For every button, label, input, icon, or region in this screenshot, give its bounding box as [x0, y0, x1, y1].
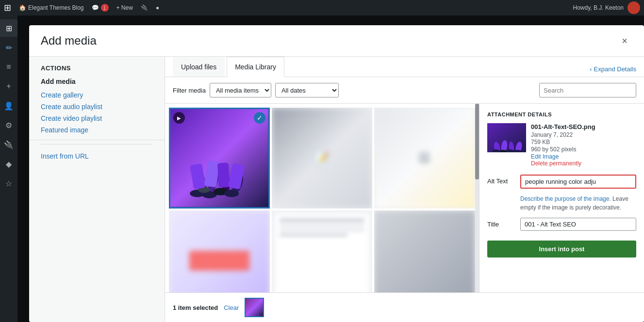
wp-logo-icon[interactable]: ⊞	[4, 2, 11, 13]
edit-image-link[interactable]: Edit Image	[531, 153, 559, 160]
scrollbar-track	[475, 104, 479, 292]
expand-details-button[interactable]: ‹ Expand Details	[590, 62, 636, 77]
add-post-icon[interactable]: +	[0, 78, 17, 95]
admin-bar: ⊞ 🏠 Elegant Themes Blog 💬 1 + New 🔌 ● Ho…	[0, 0, 644, 16]
comment-count: 1	[101, 4, 109, 12]
play-icon-1: ▶	[173, 112, 185, 124]
svg-point-10	[224, 190, 239, 197]
modal-header: Add media ×	[29, 25, 644, 57]
status-item[interactable]: ●	[156, 4, 159, 11]
media-type-select[interactable]: All media items Images Audio Video	[210, 83, 271, 97]
sidebar-icons: ⊞ ✏ ≡ + 👤 ⚙ 🔌 ◆ ☆	[0, 16, 17, 322]
settings-icon[interactable]: ⚙	[0, 116, 17, 134]
actions-title: Actions	[41, 64, 153, 72]
alt-text-label: Alt Text	[487, 175, 516, 185]
selected-check-1: ✓	[254, 112, 265, 124]
title-label: Title	[487, 218, 516, 228]
selected-count: 1 item selected	[173, 304, 218, 311]
describe-purpose-link[interactable]: Describe the purpose of the image	[520, 195, 609, 202]
tabs-bar: Upload files Media Library ‹ Expand Deta…	[165, 57, 644, 77]
attachment-preview: 001-Alt-Text-SEO.png January 7, 2022 759…	[487, 123, 636, 167]
modal-body: Actions Add media Create gallery Create …	[29, 57, 644, 322]
attachment-date: January 7, 2022	[531, 131, 595, 138]
add-media-modal: Add media × Actions Add media Create gal…	[29, 25, 644, 322]
divi-icon[interactable]: ◆	[0, 155, 17, 173]
featured-image-link[interactable]: Featured image	[41, 124, 153, 136]
dashboard-icon[interactable]: ⊞	[0, 19, 17, 37]
howdy-text: Howdy, B.J. Keeton	[573, 4, 624, 11]
attachment-dimensions: 960 by 502 pixels	[531, 146, 595, 153]
plugins-icon[interactable]: 🔌	[0, 136, 17, 153]
attachment-filename: 001-Alt-Text-SEO.png	[531, 123, 595, 130]
media-item-5[interactable]	[272, 210, 373, 292]
users-icon[interactable]: 👤	[0, 97, 17, 114]
insert-into-post-button[interactable]: Insert into post	[487, 241, 636, 258]
filter-label: Filter media	[173, 87, 206, 94]
tab-upload-files[interactable]: Upload files	[173, 57, 225, 77]
selected-thumbnail-footer	[245, 298, 264, 317]
comments-link[interactable]: 💬 1	[92, 4, 109, 12]
modal-content: Upload files Media Library ‹ Expand Deta…	[165, 57, 644, 322]
media-content-area: ▶ ✓ 📝	[165, 104, 644, 292]
svg-rect-13	[217, 162, 230, 188]
scrollbar-thumb[interactable]	[475, 104, 479, 179]
search-input[interactable]	[539, 83, 636, 97]
actions-section: Actions Add media Create gallery Create …	[29, 57, 165, 140]
edit-icon[interactable]: ✏	[0, 39, 17, 56]
alt-text-row: Alt Text	[487, 175, 636, 189]
title-input[interactable]	[520, 218, 636, 231]
attachment-details-panel: ATTACHMENT DETAILS	[479, 104, 644, 292]
media-footer: 1 item selected Clear	[165, 292, 644, 322]
insert-from-url-link[interactable]: Insert from URL	[29, 148, 165, 164]
modal-close-button[interactable]: ×	[617, 33, 632, 48]
chevron-left-icon: ‹	[590, 65, 592, 73]
media-grid: ▶ ✓ 📝	[169, 108, 475, 292]
attachment-meta: 001-Alt-Text-SEO.png January 7, 2022 759…	[531, 123, 595, 167]
site-name: Elegant Themes Blog	[28, 4, 84, 11]
modal-sidebar: Actions Add media Create gallery Create …	[29, 57, 165, 322]
main-area: ⊞ ✏ ≡ + 👤 ⚙ 🔌 ◆ ☆ Add media × Actions Ad…	[0, 16, 644, 322]
tab-media-library[interactable]: Media Library	[227, 57, 284, 77]
create-audio-playlist-link[interactable]: Create audio playlist	[41, 101, 153, 113]
attachment-details-title: ATTACHMENT DETAILS	[487, 112, 636, 117]
alt-text-hint: Describe the purpose of the image. Leave…	[487, 194, 636, 212]
add-media-label: Add media	[41, 78, 153, 85]
date-filter-select[interactable]: All dates January 2022 December 2021	[275, 83, 339, 97]
clear-selection-link[interactable]: Clear	[224, 304, 239, 311]
filter-bar: Filter media All media items Images Audi…	[165, 77, 644, 104]
media-item-3[interactable]: 🖼	[374, 108, 475, 209]
attachment-thumbnail	[487, 123, 526, 152]
title-row: Title	[487, 218, 636, 231]
close-icon: ×	[622, 35, 627, 47]
media-item-4[interactable]	[169, 210, 270, 292]
site-link[interactable]: 🏠 Elegant Themes Blog	[19, 4, 84, 11]
plugin-item[interactable]: 🔌	[141, 4, 148, 11]
sidebar-divider	[41, 144, 153, 145]
media-item-1[interactable]: ▶ ✓	[169, 108, 270, 209]
media-item-2[interactable]: 📝	[272, 108, 373, 209]
extra-icon[interactable]: ☆	[0, 175, 17, 192]
all-posts-icon[interactable]: ≡	[0, 58, 17, 76]
create-video-playlist-link[interactable]: Create video playlist	[41, 113, 153, 124]
media-grid-wrapper: ▶ ✓ 📝	[165, 104, 479, 292]
attachment-filesize: 759 KB	[531, 139, 595, 145]
modal-title: Add media	[41, 34, 97, 48]
alt-text-input[interactable]	[520, 175, 636, 189]
new-label: + New	[116, 4, 133, 11]
action-links: Create gallery Create audio playlist Cre…	[41, 89, 153, 136]
delete-permanently-link[interactable]: Delete permanently	[531, 160, 581, 167]
create-gallery-link[interactable]: Create gallery	[41, 89, 153, 101]
new-post-link[interactable]: + New	[116, 4, 133, 11]
user-avatar[interactable]	[627, 1, 640, 14]
media-item-6[interactable]	[374, 210, 475, 292]
